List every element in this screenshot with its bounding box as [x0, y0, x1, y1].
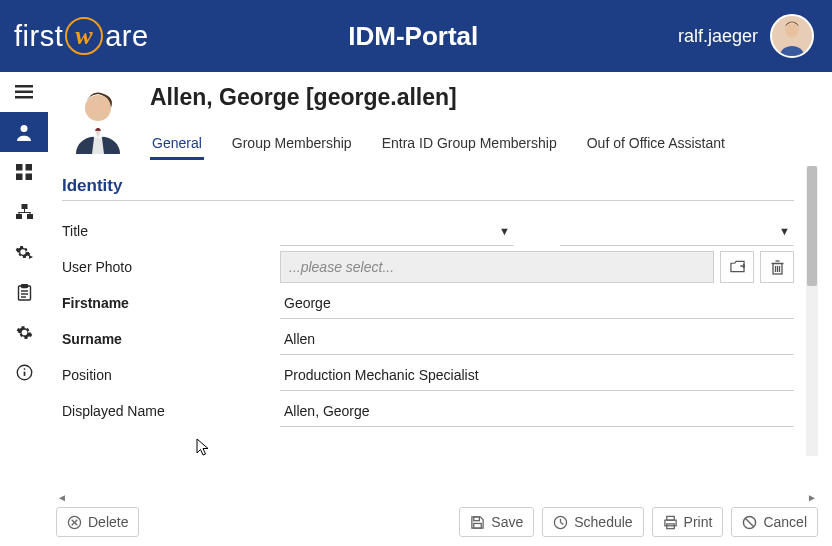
svg-rect-17: [21, 284, 27, 287]
footer-bar: Delete Save Schedule Print Cancel: [48, 504, 832, 546]
caret-down-icon: ▼: [779, 225, 790, 237]
input-displayed-name[interactable]: Allen, George: [280, 395, 794, 427]
input-firstname[interactable]: George: [280, 287, 794, 319]
sidebar-item-org[interactable]: [0, 192, 48, 232]
input-user-photo[interactable]: ...please select...: [280, 251, 714, 283]
svg-rect-5: [16, 164, 23, 171]
sidebar-item-menu[interactable]: [0, 72, 48, 112]
current-user-name: ralf.jaeger: [678, 26, 758, 47]
sidebar-item-grid[interactable]: [0, 152, 48, 192]
logo-text-left: first: [14, 20, 63, 53]
svg-rect-37: [474, 523, 482, 528]
svg-rect-7: [16, 174, 23, 181]
svg-rect-13: [18, 212, 30, 213]
label-position: Position: [62, 367, 280, 383]
save-button[interactable]: Save: [459, 507, 534, 537]
label-surname: Surname: [62, 331, 280, 347]
tab-entra-id-group[interactable]: Entra ID Group Membership: [380, 131, 559, 159]
input-position[interactable]: Production Mechanic Specialist: [280, 359, 794, 391]
form-content: Identity Title ▼ ▼ User Photo ...please …: [52, 166, 818, 486]
svg-rect-36: [474, 516, 480, 520]
sidebar-item-user[interactable]: [0, 112, 48, 152]
print-button-label: Print: [684, 514, 713, 530]
select-title-1[interactable]: ▼: [280, 216, 514, 246]
svg-rect-3: [15, 96, 33, 99]
svg-rect-9: [21, 204, 27, 209]
scroll-right-icon[interactable]: ►: [806, 491, 818, 503]
svg-rect-14: [18, 212, 19, 215]
schedule-button[interactable]: Schedule: [542, 507, 643, 537]
schedule-button-label: Schedule: [574, 514, 632, 530]
svg-point-23: [23, 368, 25, 370]
label-displayed-name: Displayed Name: [62, 403, 280, 419]
logo-circle: w: [65, 17, 103, 55]
app-header: first w are IDM-Portal ralf.jaeger: [0, 0, 832, 72]
svg-rect-15: [29, 212, 30, 215]
delete-button[interactable]: Delete: [56, 507, 139, 537]
logo: first w are: [14, 17, 149, 55]
profile-photo: [66, 82, 130, 154]
svg-rect-6: [26, 164, 33, 171]
svg-point-4: [21, 125, 28, 132]
user-block[interactable]: ralf.jaeger: [678, 14, 814, 58]
label-user-photo: User Photo: [62, 259, 280, 275]
tab-out-of-office[interactable]: Ouf of Office Assistant: [585, 131, 727, 159]
svg-rect-8: [26, 174, 33, 181]
app-title: IDM-Portal: [348, 21, 478, 52]
svg-rect-2: [15, 91, 33, 94]
svg-point-0: [785, 24, 799, 38]
tabs: General Group Membership Entra ID Group …: [150, 131, 820, 160]
label-title: Title: [62, 223, 280, 239]
tab-group-membership[interactable]: Group Membership: [230, 131, 354, 159]
section-title-identity: Identity: [62, 176, 794, 201]
svg-line-45: [746, 518, 754, 526]
button-delete-photo[interactable]: [760, 251, 794, 283]
scroll-left-icon[interactable]: ◄: [56, 491, 68, 503]
input-surname[interactable]: Allen: [280, 323, 794, 355]
horizontal-scrollbar[interactable]: ◄ ►: [48, 490, 832, 504]
logo-text-right: are: [105, 20, 148, 53]
print-button[interactable]: Print: [652, 507, 724, 537]
vertical-scrollbar[interactable]: [806, 166, 818, 456]
label-firstname: Firstname: [62, 295, 280, 311]
caret-down-icon: ▼: [499, 225, 510, 237]
sidebar-item-clipboard[interactable]: [0, 272, 48, 312]
profile-header: Allen, George [george.allen] General Gro…: [48, 72, 832, 160]
sidebar: ▸: [0, 72, 48, 546]
sidebar-item-settings-1[interactable]: ▸: [0, 232, 48, 272]
svg-line-40: [561, 522, 564, 524]
sidebar-item-info[interactable]: [0, 352, 48, 392]
delete-button-label: Delete: [88, 514, 128, 530]
tab-general[interactable]: General: [150, 131, 204, 159]
sidebar-item-settings-2[interactable]: [0, 312, 48, 352]
svg-point-25: [85, 95, 111, 121]
cancel-button-label: Cancel: [763, 514, 807, 530]
vertical-scroll-thumb[interactable]: [807, 166, 817, 286]
cancel-button[interactable]: Cancel: [731, 507, 818, 537]
profile-title: Allen, George [george.allen]: [150, 84, 820, 111]
save-button-label: Save: [491, 514, 523, 530]
logo-w: w: [75, 23, 93, 49]
button-browse-photo[interactable]: [720, 251, 754, 283]
svg-rect-1: [15, 85, 33, 88]
current-user-avatar[interactable]: [770, 14, 814, 58]
select-title-2[interactable]: ▼: [560, 216, 794, 246]
photo-placeholder: ...please select...: [289, 259, 394, 275]
main-area: Allen, George [george.allen] General Gro…: [48, 72, 832, 546]
